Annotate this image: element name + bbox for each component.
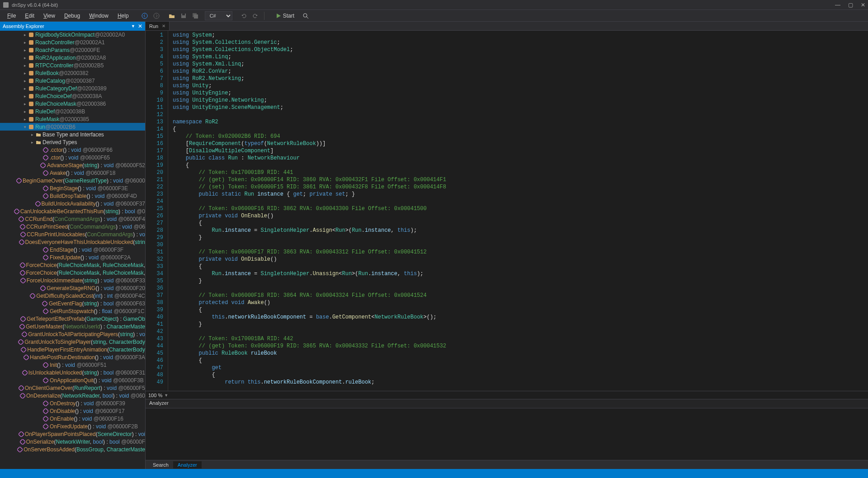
svg-rect-10 xyxy=(29,48,33,52)
tree-item[interactable]: OnPlayerSpawnPointsPlaced(SceneDirector)… xyxy=(0,430,145,438)
tree-item[interactable]: GetUserMaster(NetworkUserId) : Character… xyxy=(0,323,145,330)
tree-item[interactable]: .cctor() : void @06000F66 xyxy=(0,146,145,154)
tree-item[interactable]: OnClientGameOver(RunReport) : void @0600… xyxy=(0,384,145,392)
tab-search[interactable]: Search xyxy=(148,461,173,469)
menu-debug[interactable]: Debug xyxy=(60,11,85,21)
svg-point-1 xyxy=(142,13,147,19)
start-debug-button[interactable]: Start xyxy=(276,13,294,19)
tree-item[interactable]: GenerateStageRNG() : void @06000F20 xyxy=(0,284,145,292)
tree-item[interactable]: IsUnlockableUnlocked(string) : bool @060… xyxy=(0,369,145,376)
tree-item[interactable]: OnFixedUpdate() : void @06000F2B xyxy=(0,422,145,430)
svg-rect-55 xyxy=(43,408,48,414)
tree-item[interactable]: AdvanceStage(string) : void @06000F52 xyxy=(0,161,145,169)
minimize-button[interactable]: — xyxy=(835,2,840,8)
tree-item[interactable]: .ctor() : void @06000F65 xyxy=(0,154,145,161)
save-button[interactable] xyxy=(179,11,189,21)
tree-item[interactable]: Awake() : void @06000F18 xyxy=(0,169,145,177)
tree-item[interactable]: ▸RuleCatalog @02000387 xyxy=(0,77,145,84)
tree-item[interactable]: GetRunStopwatch() : float @06000F1C xyxy=(0,307,145,315)
tab-close-icon[interactable]: ✕ xyxy=(162,23,165,28)
statusbar xyxy=(0,469,868,478)
undo-button[interactable] xyxy=(239,11,249,21)
svg-rect-18 xyxy=(29,109,33,114)
tree-item[interactable]: ▸RoR2Application @020002A8 xyxy=(0,54,145,61)
tree-item[interactable]: BeginStage() : void @06000F3E xyxy=(0,184,145,192)
search-button[interactable] xyxy=(301,11,311,21)
tree-item[interactable]: DoesEveryoneHaveThisUnlockableUnlocked(s… xyxy=(0,238,145,246)
maximize-button[interactable]: ▢ xyxy=(848,2,853,8)
tree-item[interactable]: ▸RuleMask @02000385 xyxy=(0,115,145,123)
menu-help[interactable]: Help xyxy=(113,11,133,21)
tree-item[interactable]: ▸Base Type and Interfaces xyxy=(0,131,145,138)
tree-item[interactable]: HandlePlayerFirstEntryAnimation(Characte… xyxy=(0,346,145,353)
assembly-tree[interactable]: ▸RigidbodyStickOnImpact @020002A0▸RoachC… xyxy=(0,31,145,469)
tree-item[interactable]: GetDifficultyScaledCost(int) : int @0600… xyxy=(0,292,145,300)
tree-item[interactable]: ▸RuleBook @02000382 xyxy=(0,69,145,77)
save-all-button[interactable] xyxy=(190,11,200,21)
open-button[interactable] xyxy=(167,11,177,21)
tree-item[interactable]: OnDestroy() : void @06000F39 xyxy=(0,399,145,407)
tree-item[interactable]: CCRunPrintUnlockables(ConCommandArgs) : … xyxy=(0,230,145,238)
sidebar-header: Assembly Explorer ▼ ✕ xyxy=(0,22,145,31)
tree-item[interactable]: OnDeserialize(NetworkReader, bool) : voi… xyxy=(0,392,145,399)
zoom-level[interactable]: 100 % xyxy=(148,393,162,398)
tree-item[interactable]: OnApplicationQuit() : void @06000F3B xyxy=(0,376,145,384)
app-icon xyxy=(3,2,9,8)
code-content[interactable]: using System;using System.Collections.Ge… xyxy=(168,31,868,391)
menu-edit[interactable]: Edit xyxy=(20,11,39,21)
tree-item[interactable]: ForceChoice(RuleChoiceMask, RuleChoiceMa… xyxy=(0,261,145,269)
tree-item[interactable]: ForceChoice(RuleChoiceMask, RuleChoiceMa… xyxy=(0,269,145,276)
redo-button[interactable] xyxy=(250,11,260,21)
sidebar-title: Assembly Explorer xyxy=(3,23,44,29)
zoom-dropdown-icon[interactable]: ▼ xyxy=(164,393,168,398)
tree-item[interactable]: CCRunPrintSeed(ConCommandArgs) : void @0… xyxy=(0,223,145,230)
svg-rect-32 xyxy=(20,232,26,237)
sidebar-dropdown-icon[interactable]: ▼ xyxy=(131,24,135,28)
tree-item[interactable]: ▸RuleChoiceDef @0200038A xyxy=(0,92,145,100)
svg-point-7 xyxy=(303,14,307,17)
tree-item[interactable]: ▸RuleCategoryDef @02000389 xyxy=(0,84,145,92)
tree-item[interactable]: GrantUnlockToSinglePlayer(string, Charac… xyxy=(0,338,145,346)
svg-rect-31 xyxy=(20,224,25,230)
tree-item[interactable]: BuildUnlockAvailability() : void @06000F… xyxy=(0,200,145,207)
tree-item[interactable]: GetTeleportEffectPrefab(GameObject) : Ga… xyxy=(0,315,145,323)
svg-rect-42 xyxy=(43,309,48,314)
tree-item[interactable]: HandlePostRunDestination() : void @06000… xyxy=(0,353,145,361)
tree-item[interactable]: ▸RoachParams @020000FE xyxy=(0,46,145,54)
close-button[interactable]: ✕ xyxy=(861,2,865,8)
svg-rect-24 xyxy=(43,170,48,176)
tree-item[interactable]: EndStage() : void @06000F3F xyxy=(0,246,145,253)
tree-item[interactable]: ▸RuleDef @0200038B xyxy=(0,108,145,115)
tree-item[interactable]: OnServerBossAdded(BossGroup, CharacterMa… xyxy=(0,445,145,453)
tree-item[interactable]: ▸RTPCController @020002B5 xyxy=(0,61,145,69)
sidebar-close-button[interactable]: ✕ xyxy=(138,23,142,29)
tab-run[interactable]: Run ✕ xyxy=(146,22,170,30)
tree-item[interactable]: FixedUpdate() : void @06000F2A xyxy=(0,253,145,261)
menu-window[interactable]: Window xyxy=(85,11,113,21)
language-select[interactable]: C# xyxy=(205,11,232,20)
tree-item[interactable]: CanUnlockableBeGrantedThisRun(string) : … xyxy=(0,207,145,215)
tree-item[interactable]: ForceUnlockImmediate(string) : void @060… xyxy=(0,276,145,284)
tree-item[interactable]: GrantUnlockToAllParticipatingPlayers(str… xyxy=(0,330,145,338)
tree-item[interactable]: ▾Run @020002B6 xyxy=(0,123,145,131)
code-editor[interactable]: 1234567891011121314151617181920212223242… xyxy=(146,31,868,391)
menu-file[interactable]: File xyxy=(3,11,20,21)
tree-item[interactable]: OnDisable() : void @06000F17 xyxy=(0,407,145,415)
tree-item[interactable]: BeginGameOver(GameResultType) : void @06… xyxy=(0,177,145,184)
nav-forward-button[interactable] xyxy=(151,11,161,21)
tree-item[interactable]: ▸RuleChoiceMask @02000386 xyxy=(0,100,145,108)
tree-item[interactable]: OnEnable() : void @06000F16 xyxy=(0,415,145,422)
tree-item[interactable]: BuildDropTable() : void @06000F4D xyxy=(0,192,145,200)
tree-item[interactable]: ▸RigidbodyStickOnImpact @020002A0 xyxy=(0,31,145,38)
nav-back-button[interactable] xyxy=(140,11,150,21)
tree-item[interactable]: GetEventFlag(string) : bool @06000F63 xyxy=(0,300,145,307)
tree-item[interactable]: CCRunEnd(ConCommandArgs) : void @06000F4 xyxy=(0,215,145,223)
tree-item[interactable]: OnSerialize(NetworkWriter, bool) : bool … xyxy=(0,438,145,445)
tree-item[interactable]: ▸Derived Types xyxy=(0,138,145,146)
svg-rect-11 xyxy=(29,56,33,60)
menu-view[interactable]: View xyxy=(39,11,60,21)
tab-analyzer[interactable]: Analyzer xyxy=(173,461,202,469)
svg-rect-12 xyxy=(29,63,33,68)
tree-item[interactable]: ▸RoachController @020002A1 xyxy=(0,38,145,46)
tree-item[interactable]: Init() : void @06000F51 xyxy=(0,361,145,369)
